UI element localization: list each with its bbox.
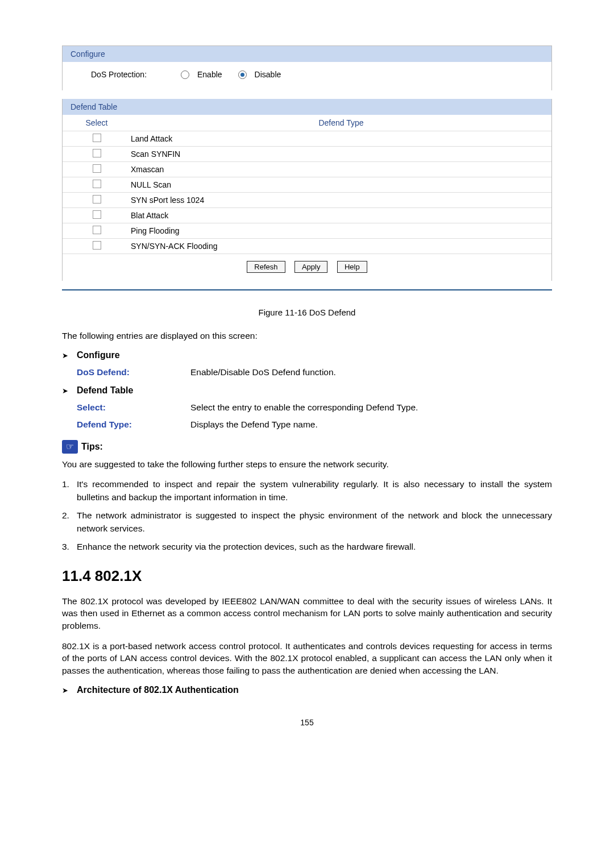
col-select-header: Select [63,115,131,131]
dos-defend-term: DoS Defend: [77,367,190,377]
defend-row: NULL Scan [63,177,551,192]
figure-caption: Figure 11-16 DoS Defend [62,308,552,317]
checkbox[interactable] [93,149,101,157]
defend-row: SYN/SYN-ACK Flooding [63,238,551,254]
help-button[interactable]: Help [337,261,367,273]
tips-item: 1.It's recommended to inspect and repair… [62,478,552,504]
defend-row: Blat Attack [63,207,551,223]
defend-type-cell: NULL Scan [131,178,551,192]
configure-section-heading: ➤ Configure [62,350,552,360]
page-number: 155 [62,718,552,727]
defend-section-heading: ➤ Defend Table [62,385,552,396]
defend-row: Land Attack [63,131,551,146]
radio-disable[interactable] [238,70,247,79]
radio-disable-label: Disable [255,70,281,79]
defend-type-term: Defend Type: [77,420,190,430]
arrow-icon: ➤ [62,385,77,396]
checkbox[interactable] [93,226,101,234]
radio-enable[interactable] [181,70,189,79]
defend-row: SYN sPort less 1024 [63,192,551,207]
checkbox[interactable] [93,210,101,219]
defend-type-def: Displays the Defend Type name. [190,420,552,430]
arrow-icon: ➤ [62,350,77,360]
select-entry: Select: Select the entry to enable the c… [77,402,552,413]
defend-section-title: Defend Table [77,385,133,396]
section-8021x-title: 11.4 802.1X [62,567,552,585]
defend-row: Ping Flooding [63,223,551,238]
defend-type-cell: Blat Attack [131,209,551,222]
col-type-header: Defend Type [131,115,551,131]
tips-item: 2.The network administrator is suggested… [62,509,552,535]
defend-table-header: Defend Table [63,99,551,115]
defend-row: Xmascan [63,161,551,177]
defend-type-cell: SYN/SYN-ACK Flooding [131,239,551,253]
8021x-para2: 802.1X is a port-based network access co… [62,640,552,677]
defend-table-panel: Defend Table Select Defend Type Land Att… [62,99,552,281]
configure-header: Configure [63,46,551,62]
configure-section-title: Configure [77,350,120,360]
checkbox[interactable] [93,164,101,173]
tips-list: 1.It's recommended to inspect and repair… [62,478,552,553]
defend-table-cols: Select Defend Type [63,115,551,131]
tips-label: Tips: [81,442,103,452]
arrow-icon: ➤ [62,685,77,695]
dos-protection-label: DoS Protection: [91,70,165,79]
defend-type-cell: Xmascan [131,163,551,176]
apply-button[interactable]: Apply [294,261,328,273]
dos-protection-row: DoS Protection: Enable Disable [91,70,540,79]
tips-intro: You are suggested to take the following … [62,458,552,471]
arch-title: Architecture of 802.1X Authentication [77,685,239,695]
tips-item: 3.Enhance the network security via the p… [62,541,552,553]
8021x-para1: The 802.1X protocol was developed by IEE… [62,595,552,632]
tips-heading: ☞ Tips: [62,440,552,454]
dos-defend-def: Enable/Disable DoS Defend function. [190,367,552,377]
panel-bottom-rule [62,289,552,290]
checkbox[interactable] [93,180,101,188]
defend-row: Scan SYNFIN [63,146,551,161]
configure-panel: Configure DoS Protection: Enable Disable [62,45,552,90]
defend-type-cell: Scan SYNFIN [131,147,551,161]
refresh-button[interactable]: Refesh [247,261,285,273]
select-def: Select the entry to enable the correspon… [190,402,552,413]
hand-point-icon: ☞ [62,440,78,454]
dos-defend-entry: DoS Defend: Enable/Disable DoS Defend fu… [77,367,552,377]
button-row: Refesh Apply Help [63,254,551,281]
checkbox[interactable] [93,241,101,250]
intro-text: The following entries are displayed on t… [62,330,552,342]
defend-type-entry: Defend Type: Displays the Defend Type na… [77,420,552,430]
checkbox[interactable] [93,195,101,203]
defend-type-cell: SYN sPort less 1024 [131,193,551,207]
select-term: Select: [77,402,190,413]
checkbox[interactable] [93,134,101,142]
defend-type-cell: Land Attack [131,132,551,146]
defend-type-cell: Ping Flooding [131,224,551,238]
arch-heading: ➤ Architecture of 802.1X Authentication [62,685,552,695]
radio-enable-label: Enable [197,70,222,79]
